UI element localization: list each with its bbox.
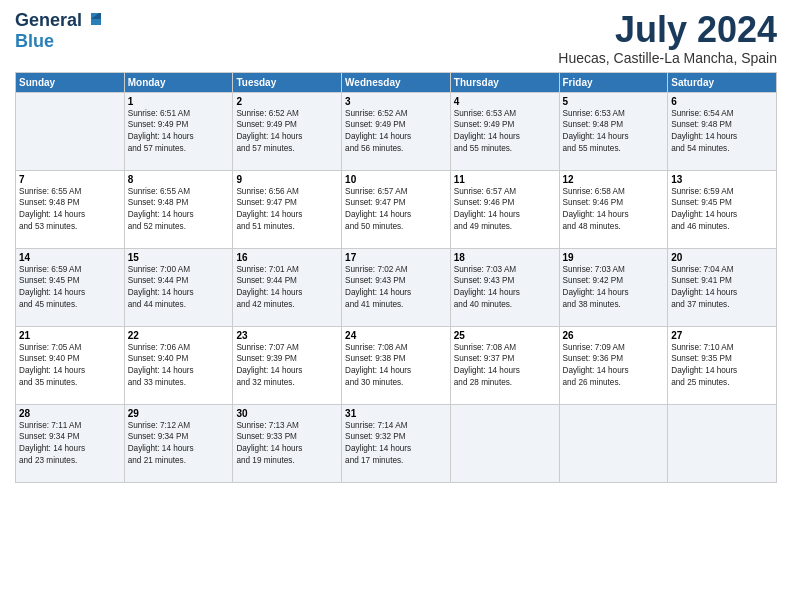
day-number: 28 — [19, 408, 121, 419]
day-cell: 1Sunrise: 6:51 AMSunset: 9:49 PMDaylight… — [124, 92, 233, 170]
day-number: 15 — [128, 252, 230, 263]
week-row-2: 14Sunrise: 6:59 AMSunset: 9:45 PMDayligh… — [16, 248, 777, 326]
logo-icon — [83, 11, 101, 29]
page: General Blue July 2024 Huecas, Castille-… — [0, 0, 792, 612]
day-info: Sunrise: 6:55 AMSunset: 9:48 PMDaylight:… — [19, 186, 121, 234]
col-thursday: Thursday — [450, 72, 559, 92]
day-cell: 27Sunrise: 7:10 AMSunset: 9:35 PMDayligh… — [668, 326, 777, 404]
day-info: Sunrise: 6:56 AMSunset: 9:47 PMDaylight:… — [236, 186, 338, 234]
day-cell — [450, 404, 559, 482]
day-number: 10 — [345, 174, 447, 185]
day-info: Sunrise: 6:53 AMSunset: 9:49 PMDaylight:… — [454, 108, 556, 156]
day-cell: 18Sunrise: 7:03 AMSunset: 9:43 PMDayligh… — [450, 248, 559, 326]
day-number: 19 — [563, 252, 665, 263]
day-info: Sunrise: 6:53 AMSunset: 9:48 PMDaylight:… — [563, 108, 665, 156]
day-number: 29 — [128, 408, 230, 419]
day-number: 12 — [563, 174, 665, 185]
day-cell: 25Sunrise: 7:08 AMSunset: 9:37 PMDayligh… — [450, 326, 559, 404]
col-monday: Monday — [124, 72, 233, 92]
day-number: 4 — [454, 96, 556, 107]
day-info: Sunrise: 7:02 AMSunset: 9:43 PMDaylight:… — [345, 264, 447, 312]
day-cell: 28Sunrise: 7:11 AMSunset: 9:34 PMDayligh… — [16, 404, 125, 482]
logo-general: General — [15, 10, 82, 31]
header-row: Sunday Monday Tuesday Wednesday Thursday… — [16, 72, 777, 92]
col-saturday: Saturday — [668, 72, 777, 92]
day-info: Sunrise: 7:07 AMSunset: 9:39 PMDaylight:… — [236, 342, 338, 390]
day-cell — [668, 404, 777, 482]
day-cell: 30Sunrise: 7:13 AMSunset: 9:33 PMDayligh… — [233, 404, 342, 482]
day-cell: 4Sunrise: 6:53 AMSunset: 9:49 PMDaylight… — [450, 92, 559, 170]
day-info: Sunrise: 6:52 AMSunset: 9:49 PMDaylight:… — [236, 108, 338, 156]
day-number: 30 — [236, 408, 338, 419]
day-cell: 3Sunrise: 6:52 AMSunset: 9:49 PMDaylight… — [342, 92, 451, 170]
day-cell: 13Sunrise: 6:59 AMSunset: 9:45 PMDayligh… — [668, 170, 777, 248]
day-cell: 9Sunrise: 6:56 AMSunset: 9:47 PMDaylight… — [233, 170, 342, 248]
day-number: 20 — [671, 252, 773, 263]
day-info: Sunrise: 7:10 AMSunset: 9:35 PMDaylight:… — [671, 342, 773, 390]
day-info: Sunrise: 7:01 AMSunset: 9:44 PMDaylight:… — [236, 264, 338, 312]
day-info: Sunrise: 7:09 AMSunset: 9:36 PMDaylight:… — [563, 342, 665, 390]
day-info: Sunrise: 7:08 AMSunset: 9:38 PMDaylight:… — [345, 342, 447, 390]
day-cell: 5Sunrise: 6:53 AMSunset: 9:48 PMDaylight… — [559, 92, 668, 170]
day-cell: 17Sunrise: 7:02 AMSunset: 9:43 PMDayligh… — [342, 248, 451, 326]
day-number: 23 — [236, 330, 338, 341]
week-row-3: 21Sunrise: 7:05 AMSunset: 9:40 PMDayligh… — [16, 326, 777, 404]
title-area: July 2024 Huecas, Castille-La Mancha, Sp… — [558, 10, 777, 66]
day-cell: 26Sunrise: 7:09 AMSunset: 9:36 PMDayligh… — [559, 326, 668, 404]
day-info: Sunrise: 7:13 AMSunset: 9:33 PMDaylight:… — [236, 420, 338, 468]
week-row-4: 28Sunrise: 7:11 AMSunset: 9:34 PMDayligh… — [16, 404, 777, 482]
day-number: 1 — [128, 96, 230, 107]
day-cell: 19Sunrise: 7:03 AMSunset: 9:42 PMDayligh… — [559, 248, 668, 326]
day-info: Sunrise: 7:08 AMSunset: 9:37 PMDaylight:… — [454, 342, 556, 390]
day-number: 7 — [19, 174, 121, 185]
day-info: Sunrise: 6:51 AMSunset: 9:49 PMDaylight:… — [128, 108, 230, 156]
day-number: 22 — [128, 330, 230, 341]
day-number: 5 — [563, 96, 665, 107]
day-info: Sunrise: 6:55 AMSunset: 9:48 PMDaylight:… — [128, 186, 230, 234]
day-info: Sunrise: 6:58 AMSunset: 9:46 PMDaylight:… — [563, 186, 665, 234]
day-cell — [16, 92, 125, 170]
logo-blue: Blue — [15, 31, 54, 51]
day-number: 25 — [454, 330, 556, 341]
day-info: Sunrise: 6:57 AMSunset: 9:47 PMDaylight:… — [345, 186, 447, 234]
day-cell: 8Sunrise: 6:55 AMSunset: 9:48 PMDaylight… — [124, 170, 233, 248]
day-info: Sunrise: 6:52 AMSunset: 9:49 PMDaylight:… — [345, 108, 447, 156]
month-title: July 2024 — [558, 10, 777, 50]
day-cell: 6Sunrise: 6:54 AMSunset: 9:48 PMDaylight… — [668, 92, 777, 170]
day-number: 11 — [454, 174, 556, 185]
week-row-1: 7Sunrise: 6:55 AMSunset: 9:48 PMDaylight… — [16, 170, 777, 248]
day-cell: 24Sunrise: 7:08 AMSunset: 9:38 PMDayligh… — [342, 326, 451, 404]
day-info: Sunrise: 7:05 AMSunset: 9:40 PMDaylight:… — [19, 342, 121, 390]
day-info: Sunrise: 6:59 AMSunset: 9:45 PMDaylight:… — [19, 264, 121, 312]
day-info: Sunrise: 6:57 AMSunset: 9:46 PMDaylight:… — [454, 186, 556, 234]
day-cell: 23Sunrise: 7:07 AMSunset: 9:39 PMDayligh… — [233, 326, 342, 404]
day-number: 6 — [671, 96, 773, 107]
day-cell: 16Sunrise: 7:01 AMSunset: 9:44 PMDayligh… — [233, 248, 342, 326]
day-info: Sunrise: 7:04 AMSunset: 9:41 PMDaylight:… — [671, 264, 773, 312]
day-cell: 29Sunrise: 7:12 AMSunset: 9:34 PMDayligh… — [124, 404, 233, 482]
day-info: Sunrise: 7:12 AMSunset: 9:34 PMDaylight:… — [128, 420, 230, 468]
location: Huecas, Castille-La Mancha, Spain — [558, 50, 777, 66]
day-number: 17 — [345, 252, 447, 263]
day-cell: 14Sunrise: 6:59 AMSunset: 9:45 PMDayligh… — [16, 248, 125, 326]
day-cell: 20Sunrise: 7:04 AMSunset: 9:41 PMDayligh… — [668, 248, 777, 326]
day-info: Sunrise: 7:00 AMSunset: 9:44 PMDaylight:… — [128, 264, 230, 312]
day-cell: 2Sunrise: 6:52 AMSunset: 9:49 PMDaylight… — [233, 92, 342, 170]
day-cell: 10Sunrise: 6:57 AMSunset: 9:47 PMDayligh… — [342, 170, 451, 248]
day-number: 3 — [345, 96, 447, 107]
day-info: Sunrise: 7:06 AMSunset: 9:40 PMDaylight:… — [128, 342, 230, 390]
day-cell: 31Sunrise: 7:14 AMSunset: 9:32 PMDayligh… — [342, 404, 451, 482]
col-wednesday: Wednesday — [342, 72, 451, 92]
day-cell: 7Sunrise: 6:55 AMSunset: 9:48 PMDaylight… — [16, 170, 125, 248]
col-friday: Friday — [559, 72, 668, 92]
logo: General Blue — [15, 10, 101, 52]
logo-line1: General — [15, 10, 101, 31]
col-sunday: Sunday — [16, 72, 125, 92]
week-row-0: 1Sunrise: 6:51 AMSunset: 9:49 PMDaylight… — [16, 92, 777, 170]
calendar-table: Sunday Monday Tuesday Wednesday Thursday… — [15, 72, 777, 483]
day-info: Sunrise: 7:14 AMSunset: 9:32 PMDaylight:… — [345, 420, 447, 468]
day-number: 26 — [563, 330, 665, 341]
day-number: 18 — [454, 252, 556, 263]
day-info: Sunrise: 6:59 AMSunset: 9:45 PMDaylight:… — [671, 186, 773, 234]
day-number: 21 — [19, 330, 121, 341]
